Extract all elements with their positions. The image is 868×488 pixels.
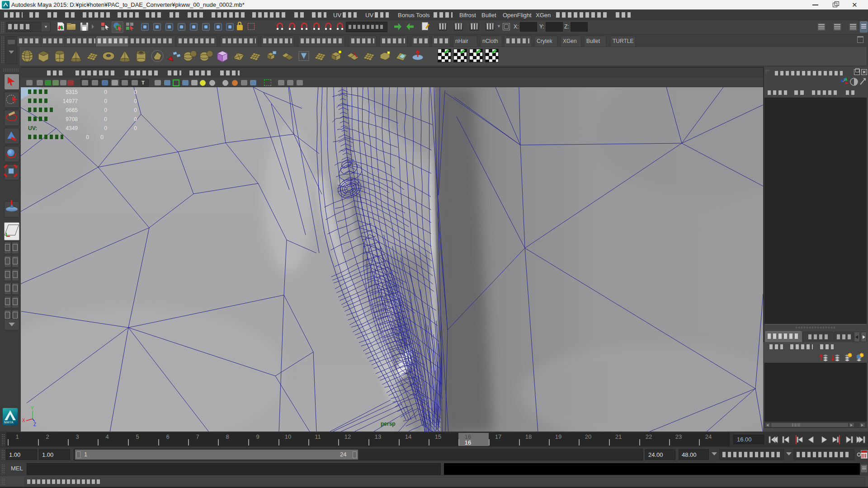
svg-text:X: X [22,418,25,423]
svg-text:Z: Z [33,422,36,427]
svg-text:Y: Y [31,406,34,411]
